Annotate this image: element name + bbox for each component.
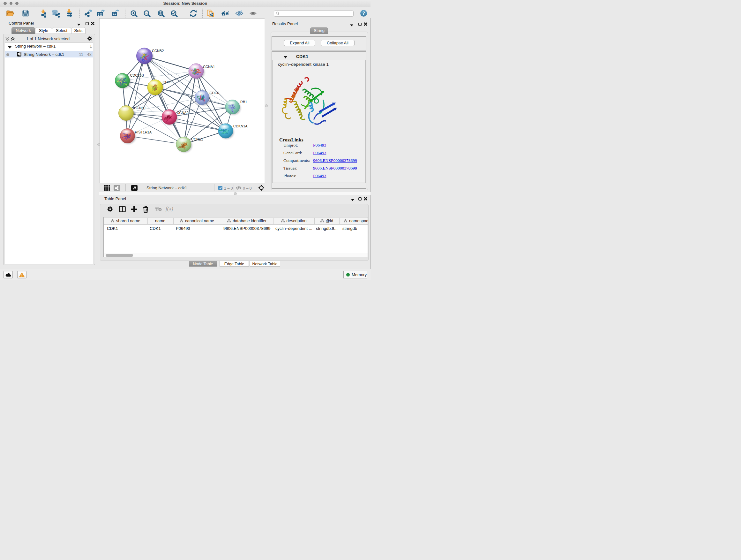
svg-text:CDKN1A: CDKN1A bbox=[233, 124, 248, 128]
svg-text:RB1: RB1 bbox=[240, 100, 247, 104]
svg-text:CCNB2: CCNB2 bbox=[152, 49, 164, 53]
svg-text:CCNA2: CCNA2 bbox=[177, 111, 189, 115]
svg-text:CCNB1: CCNB1 bbox=[134, 106, 146, 110]
svg-text:CCNE1: CCNE1 bbox=[191, 137, 203, 141]
svg-text:CDC25B: CDC25B bbox=[130, 73, 144, 77]
svg-text:CDK1: CDK1 bbox=[163, 80, 172, 84]
svg-text:CCNA1: CCNA1 bbox=[203, 65, 215, 69]
svg-text:CDC6: CDC6 bbox=[210, 91, 219, 95]
svg-text:HIST1H1A: HIST1H1A bbox=[135, 130, 152, 134]
